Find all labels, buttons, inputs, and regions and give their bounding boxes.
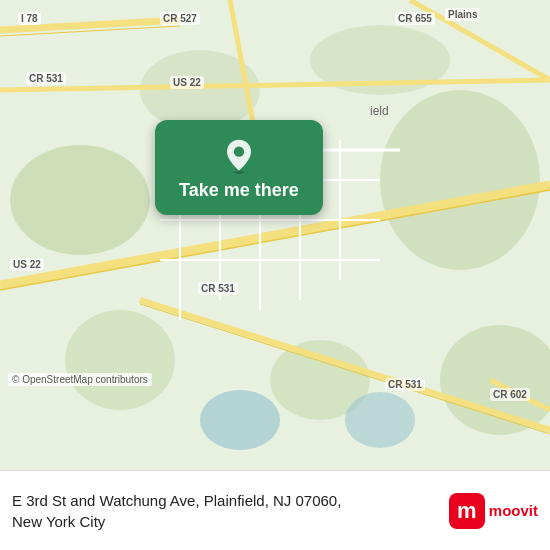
- road-label-plains: Plains: [445, 8, 480, 21]
- road-label-cr527: CR 527: [160, 12, 200, 25]
- road-label-cr531-mid: CR 531: [198, 282, 238, 295]
- address-text: E 3rd St and Watchung Ave, Plainfield, N…: [12, 490, 449, 532]
- svg-point-31: [234, 147, 244, 157]
- svg-text:ield: ield: [370, 104, 389, 118]
- road-label-cr602: CR 602: [490, 388, 530, 401]
- svg-point-1: [10, 145, 150, 255]
- road-label-cr531-right: CR 531: [385, 378, 425, 391]
- svg-point-6: [200, 390, 280, 450]
- road-label-us22-left: US 22: [10, 258, 44, 271]
- moovit-m-icon: m: [449, 493, 485, 529]
- svg-point-4: [65, 310, 175, 410]
- svg-point-2: [380, 90, 540, 270]
- info-bar: E 3rd St and Watchung Ave, Plainfield, N…: [0, 470, 550, 550]
- address-line2: New York City: [12, 511, 449, 532]
- address-line1: E 3rd St and Watchung Ave, Plainfield, N…: [12, 490, 449, 511]
- road-label-i78: I 78: [18, 12, 41, 25]
- svg-point-30: [234, 171, 244, 174]
- take-me-there-button[interactable]: Take me there: [155, 120, 323, 215]
- location-pin-icon: [221, 138, 257, 174]
- moovit-logo: m moovit: [449, 493, 538, 529]
- svg-point-7: [345, 392, 415, 448]
- moovit-text: moovit: [489, 502, 538, 519]
- map-container: ield I 78 CR 527 CR 655 CR 531 US 22 US …: [0, 0, 550, 470]
- road-label-us22-top: US 22: [170, 76, 204, 89]
- road-label-cr655: CR 655: [395, 12, 435, 25]
- osm-credit: © OpenStreetMap contributors: [8, 373, 152, 386]
- road-label-cr531-top: CR 531: [26, 72, 66, 85]
- take-me-there-label: Take me there: [179, 180, 299, 201]
